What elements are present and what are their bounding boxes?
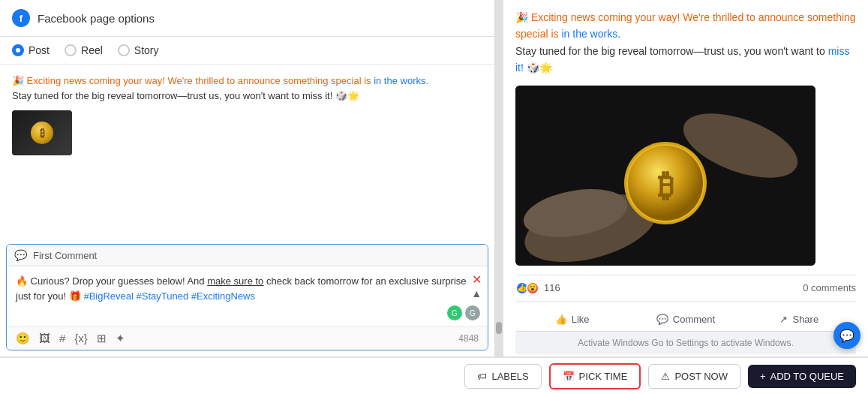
ai-green-icon[interactable]: G — [447, 305, 462, 320]
comment-action-icon: 💬 — [656, 314, 668, 325]
emoji-icon[interactable]: 🙂 — [16, 332, 30, 345]
radio-story-label: Story — [134, 44, 159, 56]
post-text-line2: Stay tuned for the big reveal tomorrow—t… — [12, 90, 359, 101]
add-queue-icon: + — [760, 371, 766, 382]
bitcoin-coin-small: ₿ — [31, 122, 53, 144]
bitcoin-svg: ₿ — [515, 86, 815, 266]
facebook-icon: f — [12, 9, 30, 27]
add-to-queue-button[interactable]: + ADD TO QUEUE — [748, 365, 856, 388]
grid-icon[interactable]: ⊞ — [97, 332, 107, 345]
magic-icon[interactable]: ✦ — [116, 332, 125, 345]
bitcoin-image-preview: ₿ — [515, 86, 815, 266]
comments-count: 0 comments — [803, 282, 856, 293]
comment-toolbar: 🙂 🖼 # {x} ⊞ ✦ 4848 — [7, 326, 488, 350]
preview-text-orange: 🎉 Exciting news coming your way! We're t… — [515, 11, 856, 40]
labels-button[interactable]: 🏷 LABELS — [464, 364, 541, 389]
right-panel[interactable]: 🎉 Exciting news coming your way! We're t… — [503, 0, 868, 356]
bitcoin-hands-visual: ₿ — [515, 86, 815, 266]
post-now-label: POST NOW — [674, 371, 728, 382]
options-title: Facebook page options — [38, 12, 155, 25]
post-now-button[interactable]: ⚠ POST NOW — [648, 364, 740, 389]
comment-bubble-icon: 💬 — [14, 249, 27, 261]
activate-banner: Activate Windows Go to Settings to activ… — [515, 331, 856, 354]
first-comment-label: First Comment — [33, 250, 97, 261]
post-text: 🎉 Exciting news coming your way! We're t… — [12, 74, 482, 103]
preview-post-text: 🎉 Exciting news coming your way! We're t… — [515, 9, 856, 77]
ai-icons: G G — [447, 305, 480, 320]
ai-gray-icon[interactable]: G — [465, 305, 480, 320]
main-layout: f Facebook page options Post Reel Story — [0, 0, 868, 356]
char-count: 4848 — [458, 333, 479, 344]
comment-label: Comment — [673, 314, 715, 325]
post-image-thumb: ₿ — [12, 110, 72, 155]
share-label: Share — [792, 314, 818, 325]
love-reaction-icon: 😮 — [526, 281, 539, 295]
post-text-line1: 🎉 Exciting news coming your way! We're t… — [12, 75, 428, 86]
radio-story-circle — [118, 44, 130, 56]
facebook-options-header: f Facebook page options — [0, 0, 494, 37]
post-preview-area: 🎉 Exciting news coming your way! We're t… — [0, 65, 494, 244]
radio-reel-circle — [65, 44, 77, 56]
pick-time-label: PICK TIME — [579, 371, 628, 382]
first-comment-section: 💬 First Comment 🔥 Curious? Drop your gue… — [6, 244, 488, 350]
labels-icon: 🏷 — [477, 371, 487, 382]
share-icon: ↗ — [779, 314, 788, 325]
first-comment-header: 💬 First Comment — [7, 245, 488, 266]
comment-button[interactable]: 💬 Comment — [629, 308, 742, 331]
bitcoin-thumb-small: ₿ — [12, 110, 72, 155]
reactions: 👍 😮 116 — [515, 281, 560, 295]
comment-text: 🔥 Curious? Drop your guesses below! And … — [16, 274, 479, 303]
like-label: Like — [572, 314, 590, 325]
labels-label: LABELS — [491, 371, 528, 382]
radio-post-circle — [12, 44, 24, 56]
left-panel: f Facebook page options Post Reel Story — [0, 0, 495, 356]
vertical-divider — [495, 0, 503, 356]
comment-text-area[interactable]: 🔥 Curious? Drop your guesses below! And … — [7, 266, 488, 326]
radio-post[interactable]: Post — [12, 44, 50, 56]
radio-reel[interactable]: Reel — [65, 44, 103, 56]
pick-time-icon: 📅 — [563, 371, 575, 382]
radio-reel-label: Reel — [81, 44, 103, 56]
variable-icon[interactable]: {x} — [74, 332, 88, 345]
activate-text: Activate Windows — [578, 338, 649, 348]
pick-time-button[interactable]: 📅 PICK TIME — [549, 363, 641, 389]
like-icon: 👍 — [555, 314, 567, 325]
svg-text:₿: ₿ — [658, 169, 674, 203]
collapse-comment-button[interactable]: ▲ — [471, 286, 482, 302]
reactions-count: 116 — [544, 282, 560, 293]
post-now-icon: ⚠ — [661, 371, 670, 382]
post-type-selector: Post Reel Story — [0, 37, 494, 65]
add-queue-label: ADD TO QUEUE — [770, 371, 844, 382]
radio-post-label: Post — [29, 44, 50, 56]
chat-bubble-button[interactable]: 💬 — [833, 322, 860, 349]
scroll-indicator — [496, 322, 502, 334]
like-button[interactable]: 👍 Like — [515, 308, 629, 331]
activate-subtext: Go to Settings to activate Windows. — [651, 338, 793, 348]
reaction-icons: 👍 😮 — [515, 281, 539, 295]
post-stats: 👍 😮 116 0 comments — [515, 275, 856, 302]
image-icon[interactable]: 🖼 — [39, 332, 50, 345]
radio-story[interactable]: Story — [118, 44, 159, 56]
comment-toolbar-icons: 🙂 🖼 # {x} ⊞ ✦ — [16, 332, 125, 345]
bottom-toolbar: 🏷 LABELS 📅 PICK TIME ⚠ POST NOW + ADD TO… — [0, 356, 868, 394]
hashtag-icon[interactable]: # — [59, 332, 65, 345]
post-actions: 👍 Like 💬 Comment ↗ Share — [515, 308, 856, 331]
